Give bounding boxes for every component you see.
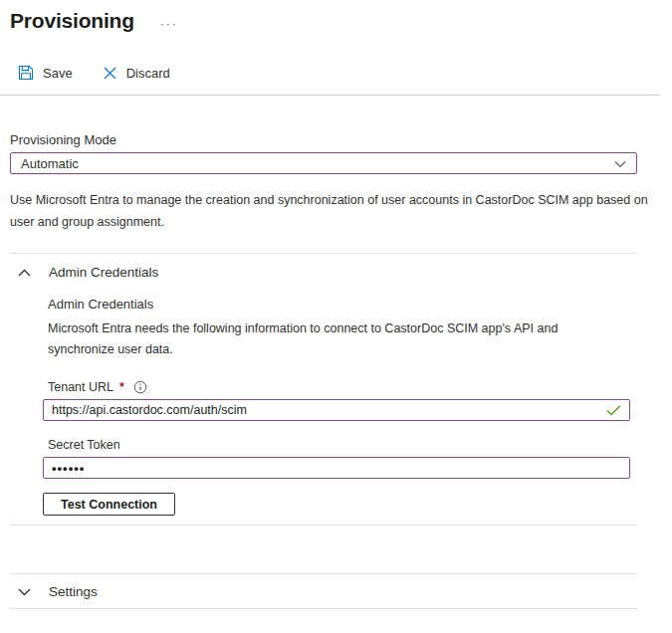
save-icon — [18, 65, 34, 81]
save-button-label: Save — [43, 66, 73, 81]
secret-token-label: Secret Token — [48, 438, 120, 452]
provisioning-page: Provisioning ··· Save Discard — [0, 0, 672, 609]
settings-section-bottom-divider — [10, 608, 637, 609]
secret-token-field — [43, 457, 630, 479]
admin-credentials-description: Microsoft Entra needs the following info… — [48, 318, 627, 360]
more-options-button[interactable]: ··· — [160, 19, 178, 29]
admin-credentials-section-header[interactable]: Admin Credentials — [0, 254, 672, 288]
green-checkmark-icon — [606, 405, 621, 416]
tenant-url-label-row: Tenant URL * — [48, 380, 672, 394]
secret-token-label-row: Secret Token — [48, 438, 672, 452]
chevron-up-icon — [18, 269, 31, 277]
page-title: Provisioning — [10, 9, 134, 33]
admin-credentials-content: Admin Credentials Microsoft Entra needs … — [0, 297, 672, 516]
provisioning-mode-label: Provisioning Mode — [10, 132, 672, 147]
save-button[interactable]: Save — [18, 65, 73, 81]
tenant-url-input[interactable] — [52, 403, 600, 417]
discard-button[interactable]: Discard — [103, 66, 170, 81]
provisioning-mode-description: Use Microsoft Entra to manage the creati… — [10, 189, 655, 233]
settings-section-header[interactable]: Settings — [0, 574, 672, 608]
chevron-down-icon — [18, 588, 31, 596]
test-connection-button[interactable]: Test Connection — [43, 493, 175, 516]
required-marker: * — [119, 380, 124, 394]
discard-button-label: Discard — [126, 66, 170, 81]
tenant-url-label: Tenant URL — [48, 380, 113, 394]
x-icon — [103, 66, 117, 81]
command-bar: Save Discard — [18, 62, 672, 84]
toolbar-divider — [0, 95, 660, 96]
provisioning-mode-value: Automatic — [21, 156, 79, 171]
info-circle-icon[interactable] — [133, 380, 147, 394]
page-header: Provisioning ··· — [0, 0, 672, 33]
admin-credentials-heading: Admin Credentials — [48, 297, 672, 312]
chevron-down-icon — [614, 156, 626, 171]
ellipsis-icon: ··· — [160, 17, 178, 31]
admin-section-bottom-divider — [10, 525, 637, 526]
tenant-url-field — [43, 399, 630, 421]
admin-credentials-section-title: Admin Credentials — [49, 265, 158, 280]
settings-section-title: Settings — [49, 584, 98, 599]
secret-token-input[interactable] — [52, 461, 621, 476]
provisioning-mode-dropdown[interactable]: Automatic — [10, 152, 637, 174]
